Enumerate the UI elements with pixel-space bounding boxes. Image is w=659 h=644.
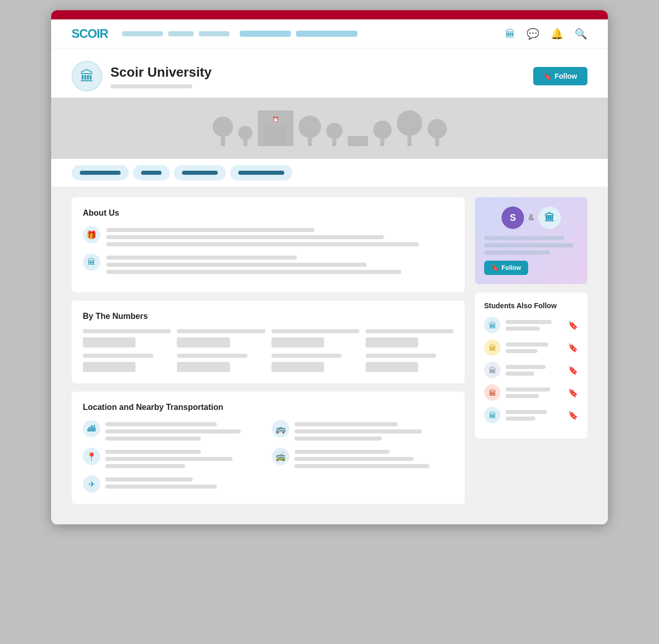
follow-button[interactable]: 🔖 Follow <box>533 67 587 85</box>
about-line <box>106 270 401 274</box>
also-follow-card: Students Also Follow 🏛 🔖 🏛 <box>475 292 587 439</box>
promo-line <box>484 250 550 255</box>
left-column: About Us 🎁 🏛 <box>72 197 465 504</box>
uni-info: Scoir University <box>110 64 212 88</box>
transport-line <box>105 436 201 441</box>
tab-4[interactable] <box>230 165 292 180</box>
right-column: S & 🏛 🔖 Follow <box>475 197 587 504</box>
num-label <box>177 354 247 358</box>
transport-line <box>294 450 390 454</box>
follow-item-line <box>506 410 547 414</box>
number-col-8 <box>366 354 453 372</box>
hero-scene: ⏰ <box>192 105 467 151</box>
nav-skel-3 <box>199 31 230 36</box>
transport-lines-4 <box>294 420 454 441</box>
promo-follow-button[interactable]: 🔖 Follow <box>484 261 528 275</box>
promo-avatar-icon: 🏛 <box>538 206 561 229</box>
tab-3[interactable] <box>174 165 226 180</box>
follow-item-icon-4: 🏛 <box>484 384 501 401</box>
tree-3 <box>299 116 321 146</box>
logo: SCOIR <box>72 27 108 41</box>
numbers-grid <box>83 329 453 348</box>
tab-skel-2 <box>141 171 162 175</box>
transport-line <box>294 464 430 468</box>
follow-label: Follow <box>555 72 577 80</box>
avatar: 🏛 <box>72 61 102 91</box>
number-col-3 <box>271 329 359 348</box>
numbers-card: By The Numbers <box>72 301 465 383</box>
location-card: Location and Nearby Transportation 🏙 <box>72 392 465 504</box>
tab-2[interactable] <box>133 165 170 180</box>
transport-lines-1 <box>105 420 265 441</box>
tab-skel-1 <box>80 171 121 175</box>
about-card: About Us 🎁 🏛 <box>72 197 465 292</box>
follow-item-lines-5 <box>506 410 563 421</box>
num-label <box>83 354 153 358</box>
tree-7 <box>427 119 447 146</box>
promo-line <box>484 243 574 247</box>
bookmark-icon-5[interactable]: 🔖 <box>568 410 578 420</box>
bookmark-icon-3[interactable]: 🔖 <box>568 365 578 375</box>
institution-icon[interactable]: 🏛 <box>505 28 515 40</box>
follow-item-line <box>506 365 546 369</box>
transport-line <box>105 485 217 489</box>
transport-item-building: 🏙 <box>83 420 265 441</box>
transport-line <box>294 436 382 441</box>
building-main: ⏰ <box>258 110 293 146</box>
follow-item-line <box>506 342 549 347</box>
about-line <box>106 235 384 239</box>
university-subtitle <box>110 84 192 88</box>
list-item: 🏛 🔖 <box>484 362 578 378</box>
promo-text-lines <box>484 236 578 255</box>
number-col-5 <box>83 354 171 372</box>
nav-skel-1 <box>122 31 163 36</box>
nav-icons: 🏛 💬 🔔 🔍 <box>505 28 587 40</box>
location-title: Location and Nearby Transportation <box>83 403 453 412</box>
transport-item-location: 📍 <box>83 448 265 468</box>
list-item: 🏛 🔖 <box>484 384 578 401</box>
bookmark-icon-1[interactable]: 🔖 <box>568 320 578 330</box>
num-value <box>271 337 324 348</box>
num-label <box>177 329 265 333</box>
follow-item-line <box>506 349 537 353</box>
location-icon: 📍 <box>83 448 100 465</box>
follow-item-icon-2: 🏛 <box>484 339 501 356</box>
list-item: 🏛 🔖 <box>484 339 578 356</box>
follow-item-line <box>506 372 534 376</box>
transport-item-tram: 🚎 <box>272 448 454 468</box>
num-value <box>366 362 418 372</box>
list-item: 🏛 🔖 <box>484 317 578 333</box>
search-icon[interactable]: 🔍 <box>575 28 587 40</box>
follow-item-icon-1: 🏛 <box>484 317 501 333</box>
num-value <box>271 362 324 372</box>
number-col-4 <box>366 329 453 348</box>
chat-icon[interactable]: 💬 <box>527 28 539 40</box>
bell-icon[interactable]: 🔔 <box>551 28 563 40</box>
nav-skel-2 <box>168 31 194 36</box>
follow-item-line <box>506 394 539 398</box>
num-value <box>83 337 135 348</box>
num-label <box>271 329 359 333</box>
bookmark-icon-4[interactable]: 🔖 <box>568 388 578 398</box>
tabs-bar <box>51 159 608 187</box>
transport-item-bus: 🚌 <box>272 420 454 441</box>
follow-item-line <box>506 417 535 421</box>
gift-icon: 🎁 <box>83 226 100 243</box>
also-follow-title: Students Also Follow <box>484 302 578 310</box>
bookmark-icon-2[interactable]: 🔖 <box>568 343 578 353</box>
tab-1[interactable] <box>72 165 129 180</box>
promo-card: S & 🏛 🔖 Follow <box>475 197 587 284</box>
num-label <box>366 354 436 358</box>
promo-avatar-letter: S <box>502 206 524 229</box>
about-row-1: 🎁 <box>83 226 453 246</box>
follow-item-line <box>506 387 550 392</box>
numbers-title: By The Numbers <box>83 312 453 321</box>
university-header: 🏛 Scoir University 🔖 Follow <box>51 49 608 98</box>
transport-line <box>294 429 422 433</box>
follow-item-line <box>506 327 540 331</box>
transport-line <box>105 450 201 454</box>
transport-grid: 🏙 📍 <box>83 420 453 493</box>
promo-bookmark-icon: 🔖 <box>491 264 499 271</box>
transport-line <box>105 477 193 481</box>
num-value <box>83 362 135 372</box>
